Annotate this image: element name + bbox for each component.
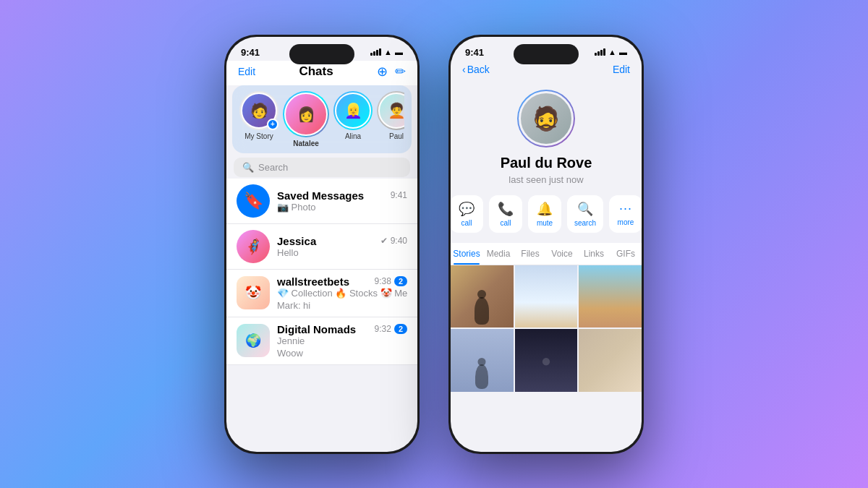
profile-tabs: Stories Media Files Voice Links GIFs <box>451 243 642 265</box>
chat-item-nomads[interactable]: 🌍 Digital Nomads 9:32 2 Jennie Woow <box>226 317 417 365</box>
status-time-2: 9:41 <box>465 47 484 58</box>
chat-avatar-saved: 🔖 <box>237 184 270 218</box>
story-paul[interactable]: 🧑‍🦱 Paul <box>377 91 404 147</box>
more-icon: ··· <box>619 201 632 216</box>
message-label: call <box>461 219 472 227</box>
status-time-1: 9:41 <box>241 47 260 58</box>
chat-avatar-nomads: 🌍 <box>237 324 270 357</box>
search-label: search <box>574 219 596 227</box>
story-natalee[interactable]: 👩 Natalee <box>283 91 329 147</box>
edit-button-1[interactable]: Edit <box>238 66 255 77</box>
chat-list: 🔖 Saved Messages 9:41 📷 Photo 🦸‍♀️ Jessi… <box>226 179 417 365</box>
stories-overlay: 🧑 + My Story 👩 Natalee 👱‍♀️ Alina <box>232 85 412 153</box>
chat-avatar-jessica: 🦸‍♀️ <box>237 230 270 263</box>
chat-name-wsb: wallstreetbets <box>277 275 349 288</box>
action-buttons: 💬 call 📞 call 🔔 mute 🔍 search ··· <box>451 195 642 233</box>
back-label: Back <box>467 64 490 75</box>
chat-item-saved[interactable]: 🔖 Saved Messages 9:41 📷 Photo <box>226 179 417 224</box>
chats-title: Chats <box>299 64 333 79</box>
chat-preview-wsb-line2: Mark: hi <box>277 300 310 311</box>
edit-button-2[interactable]: Edit <box>613 64 630 75</box>
media-grid: ● <box>451 265 642 392</box>
media-cell-6[interactable] <box>579 329 642 392</box>
profile-content: 🧔 Paul du Rove last seen just now 💬 call… <box>451 81 642 243</box>
chat-time-saved: 9:41 <box>391 190 407 200</box>
story-alina[interactable]: 👱‍♀️ Alina <box>333 91 373 147</box>
chat-preview-wsb-line1: 💎 Collection 🔥 Stocks 🤡 Memes... <box>277 288 407 299</box>
unread-badge-nomads: 2 <box>394 324 407 334</box>
chat-preview-wsb: 💎 Collection 🔥 Stocks 🤡 Memes... Mark: h… <box>277 288 407 311</box>
chat-name-jessica: Jessica <box>277 235 316 247</box>
signal-icon <box>370 48 381 56</box>
story-avatar-wrap-mystory: 🧑 + <box>239 91 278 130</box>
mute-icon: 🔔 <box>537 201 553 217</box>
media-cell-2[interactable] <box>515 265 578 328</box>
chat-info-jessica: Jessica ✔ 9:40 Hello <box>277 235 407 258</box>
wifi-icon-2: ▲ <box>608 48 616 56</box>
status-icons-1: ▲ ▬ <box>370 48 403 56</box>
more-label: more <box>618 218 634 226</box>
chat-time-nomads: 9:32 <box>375 324 391 334</box>
action-call-btn[interactable]: 📞 call <box>489 195 522 233</box>
chat-preview-saved: 📷 Photo <box>277 202 407 213</box>
call-label: call <box>500 219 511 227</box>
chat-preview-nomads: Jennie Woow <box>277 335 407 359</box>
chat-preview-nomads-line1: Jennie <box>277 335 305 346</box>
profile-status: last seen just now <box>509 174 583 185</box>
tab-gifs[interactable]: GIFs <box>610 243 642 265</box>
story-avatar-alina: 👱‍♀️ <box>335 93 371 129</box>
chevron-left-icon: ‹ <box>462 64 466 75</box>
tab-media[interactable]: Media <box>482 243 514 265</box>
chat-item-wsb[interactable]: 🤡 wallstreetbets 9:38 2 💎 Collection 🔥 S… <box>226 270 417 317</box>
story-avatar-natalee: 👩 <box>284 93 328 136</box>
chat-info-nomads: Digital Nomads 9:32 2 Jennie Woow <box>277 323 407 359</box>
battery-icon: ▬ <box>395 48 403 56</box>
nav-bar-1: Edit Chats ⊕ ✏ <box>226 61 417 85</box>
check-icon: ✔ <box>380 236 388 246</box>
mute-label: mute <box>537 219 553 227</box>
chat-name-saved: Saved Messages <box>277 189 364 202</box>
story-mystory[interactable]: 🧑 + My Story <box>239 91 278 147</box>
search-placeholder: Search <box>258 162 288 173</box>
new-group-icon[interactable]: ⊕ <box>377 64 388 80</box>
tab-links[interactable]: Links <box>578 243 610 265</box>
profile-name: Paul du Rove <box>501 155 592 171</box>
story-name-mystory: My Story <box>244 132 273 140</box>
compose-icon[interactable]: ✏ <box>395 64 406 80</box>
story-avatar-paul: 🧑‍🦱 <box>378 93 404 129</box>
chat-info-saved: Saved Messages 9:41 📷 Photo <box>277 189 407 213</box>
search-icon: 🔍 <box>242 162 254 173</box>
message-icon: 💬 <box>459 201 475 217</box>
tab-voice[interactable]: Voice <box>546 243 578 265</box>
media-cell-5[interactable]: ● <box>515 329 578 392</box>
story-avatar-wrap-paul: 🧑‍🦱 <box>377 91 404 130</box>
battery-icon-2: ▬ <box>619 48 627 56</box>
media-cell-4[interactable] <box>451 329 514 392</box>
action-message-btn[interactable]: 💬 call <box>451 195 483 233</box>
action-more-btn[interactable]: ··· more <box>609 195 642 233</box>
action-mute-btn[interactable]: 🔔 mute <box>528 195 561 233</box>
media-cell-3[interactable] <box>579 265 642 328</box>
chat-avatar-wsb: 🤡 <box>237 276 270 309</box>
chat-time-wsb: 9:38 <box>375 276 391 286</box>
chat-name-nomads: Digital Nomads <box>277 323 356 335</box>
chat-item-jessica[interactable]: 🦸‍♀️ Jessica ✔ 9:40 Hello <box>226 224 417 270</box>
search-bar[interactable]: 🔍 Search <box>234 158 410 177</box>
phone-1: 9:41 ▲ ▬ Edit Chats ⊕ ✏ <box>224 35 420 454</box>
phone-icon: 📞 <box>498 201 514 217</box>
chat-preview-jessica: Hello <box>277 247 407 258</box>
tab-files[interactable]: Files <box>514 243 546 265</box>
media-cell-1[interactable] <box>451 265 514 328</box>
phone-2: 9:41 ▲ ▬ ‹ Back Edit 🧔 <box>448 35 644 454</box>
story-name-alina: Alina <box>345 132 361 140</box>
unread-badge-wsb: 2 <box>394 276 407 286</box>
add-story-badge: + <box>267 119 278 130</box>
action-search-btn[interactable]: 🔍 search <box>567 195 603 233</box>
dynamic-island-1 <box>289 44 354 64</box>
tab-stories[interactable]: Stories <box>451 243 482 265</box>
search-icon-2: 🔍 <box>577 201 593 217</box>
story-avatar-wrap-alina: 👱‍♀️ <box>333 91 373 130</box>
back-button[interactable]: ‹ Back <box>462 64 490 75</box>
stories-row: 🧑 + My Story 👩 Natalee 👱‍♀️ Alina <box>239 91 404 147</box>
status-icons-2: ▲ ▬ <box>595 48 627 56</box>
